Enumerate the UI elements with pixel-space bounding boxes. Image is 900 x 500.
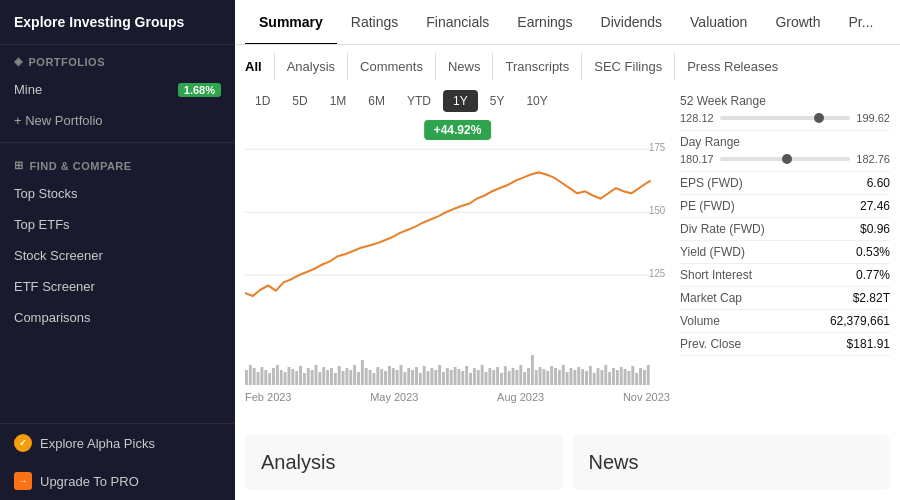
subtab-transcripts[interactable]: Transcripts — [493, 53, 582, 80]
svg-rect-17 — [288, 367, 291, 385]
subtab-all[interactable]: All — [245, 53, 275, 80]
volume-chart — [245, 340, 670, 385]
svg-rect-14 — [276, 365, 279, 385]
content-area: 1D 5D 1M 6M YTD 1Y 5Y 10Y +44.92% 175 15… — [235, 80, 900, 435]
svg-rect-65 — [473, 368, 476, 385]
sidebar-bottom: ✓ Explore Alpha Picks → Upgrade To PRO — [0, 423, 235, 500]
svg-rect-87 — [558, 370, 561, 385]
subtab-press-releases[interactable]: Press Releases — [675, 53, 790, 80]
mine-label: Mine — [14, 82, 42, 97]
mine-badge: 1.68% — [178, 83, 221, 97]
svg-rect-46 — [400, 365, 403, 385]
svg-rect-35 — [357, 372, 360, 385]
stat-52-week-bar — [720, 116, 851, 120]
svg-rect-71 — [496, 367, 499, 385]
portfolios-section: ◈ PORTFOLIOS — [0, 45, 235, 74]
subtab-news[interactable]: News — [436, 53, 494, 80]
svg-rect-85 — [550, 366, 553, 385]
svg-rect-80 — [531, 355, 534, 385]
svg-rect-79 — [527, 368, 530, 385]
subtab-analysis[interactable]: Analysis — [275, 53, 348, 80]
svg-rect-55 — [434, 370, 437, 385]
svg-rect-73 — [504, 366, 507, 385]
sidebar-item-upgrade-pro[interactable]: → Upgrade To PRO — [0, 462, 235, 500]
find-compare-icon: ⊞ — [14, 159, 24, 172]
svg-rect-83 — [543, 369, 546, 385]
svg-rect-57 — [442, 372, 445, 385]
time-btn-5y[interactable]: 5Y — [480, 90, 515, 112]
tab-financials[interactable]: Financials — [412, 0, 503, 44]
chart-section: 1D 5D 1M 6M YTD 1Y 5Y 10Y +44.92% 175 15… — [245, 90, 670, 425]
svg-rect-41 — [380, 369, 383, 385]
time-btn-1d[interactable]: 1D — [245, 90, 280, 112]
svg-rect-7 — [249, 365, 252, 385]
sidebar-item-alpha-picks[interactable]: ✓ Explore Alpha Picks — [0, 424, 235, 462]
stat-day-dot — [782, 154, 792, 164]
svg-rect-31 — [342, 371, 345, 385]
tab-valuation[interactable]: Valuation — [676, 0, 761, 44]
svg-rect-106 — [631, 366, 634, 385]
svg-rect-36 — [361, 360, 364, 385]
svg-rect-29 — [334, 373, 337, 385]
svg-rect-84 — [546, 371, 549, 385]
sidebar-item-top-etfs[interactable]: Top ETFs — [0, 209, 235, 240]
svg-rect-37 — [365, 368, 368, 385]
svg-rect-20 — [299, 366, 302, 385]
svg-rect-39 — [373, 373, 376, 385]
svg-rect-102 — [616, 370, 619, 385]
time-btn-5d[interactable]: 5D — [282, 90, 317, 112]
svg-rect-70 — [492, 370, 495, 385]
svg-rect-50 — [415, 367, 418, 385]
svg-rect-15 — [280, 370, 283, 385]
time-btn-1y[interactable]: 1Y — [443, 90, 478, 112]
svg-rect-43 — [388, 366, 391, 385]
chart-label-feb: Feb 2023 — [245, 391, 291, 403]
sidebar-item-stock-screener[interactable]: Stock Screener — [0, 240, 235, 271]
svg-rect-25 — [318, 372, 321, 385]
sidebar-item-comparisons[interactable]: Comparisons — [0, 302, 235, 333]
tab-ratings[interactable]: Ratings — [337, 0, 412, 44]
tab-summary[interactable]: Summary — [245, 0, 337, 44]
subtab-comments[interactable]: Comments — [348, 53, 436, 80]
svg-rect-109 — [643, 370, 646, 385]
svg-rect-75 — [512, 368, 515, 385]
time-btn-10y[interactable]: 10Y — [516, 90, 557, 112]
svg-rect-62 — [461, 371, 464, 385]
time-btn-6m[interactable]: 6M — [358, 90, 395, 112]
svg-rect-103 — [620, 367, 623, 385]
svg-rect-78 — [523, 372, 526, 385]
stat-day-bar — [720, 157, 851, 161]
svg-rect-67 — [481, 365, 484, 385]
bottom-card-analysis: Analysis — [245, 435, 563, 490]
subtab-sec-filings[interactable]: SEC Filings — [582, 53, 675, 80]
sidebar-header[interactable]: Explore Investing Groups — [0, 0, 235, 45]
svg-rect-69 — [488, 368, 491, 385]
svg-rect-22 — [307, 368, 310, 385]
stat-pe: PE (FWD) 27.46 — [680, 195, 890, 218]
stat-market-cap: Market Cap $2.82T — [680, 287, 890, 310]
tab-earnings[interactable]: Earnings — [503, 0, 586, 44]
chart-label-may: May 2023 — [370, 391, 418, 403]
tab-dividends[interactable]: Dividends — [587, 0, 676, 44]
svg-rect-97 — [597, 368, 600, 385]
tab-growth[interactable]: Growth — [761, 0, 834, 44]
sidebar-item-new-portfolio[interactable]: + New Portfolio — [0, 105, 235, 136]
main-content: Summary Ratings Financials Earnings Divi… — [235, 0, 900, 500]
time-buttons: 1D 5D 1M 6M YTD 1Y 5Y 10Y — [245, 90, 670, 112]
sidebar-item-top-stocks[interactable]: Top Stocks — [0, 178, 235, 209]
sidebar-item-mine[interactable]: Mine 1.68% — [0, 74, 235, 105]
svg-text:150: 150 — [649, 205, 665, 216]
svg-rect-12 — [268, 373, 271, 385]
sidebar: Explore Investing Groups ◈ PORTFOLIOS Mi… — [0, 0, 235, 500]
price-chart: 175 150 125 — [245, 120, 670, 340]
svg-rect-81 — [535, 370, 538, 385]
time-btn-ytd[interactable]: YTD — [397, 90, 441, 112]
chart-x-labels: Feb 2023 May 2023 Aug 2023 Nov 2023 — [245, 389, 670, 405]
chart-label-aug: Aug 2023 — [497, 391, 544, 403]
tab-more[interactable]: Pr... — [835, 0, 888, 44]
time-btn-1m[interactable]: 1M — [320, 90, 357, 112]
chart-wrapper: +44.92% 175 150 125 — [245, 120, 670, 425]
sidebar-item-etf-screener[interactable]: ETF Screener — [0, 271, 235, 302]
stat-eps: EPS (FWD) 6.60 — [680, 172, 890, 195]
find-compare-section: ⊞ FIND & COMPARE — [0, 149, 235, 178]
